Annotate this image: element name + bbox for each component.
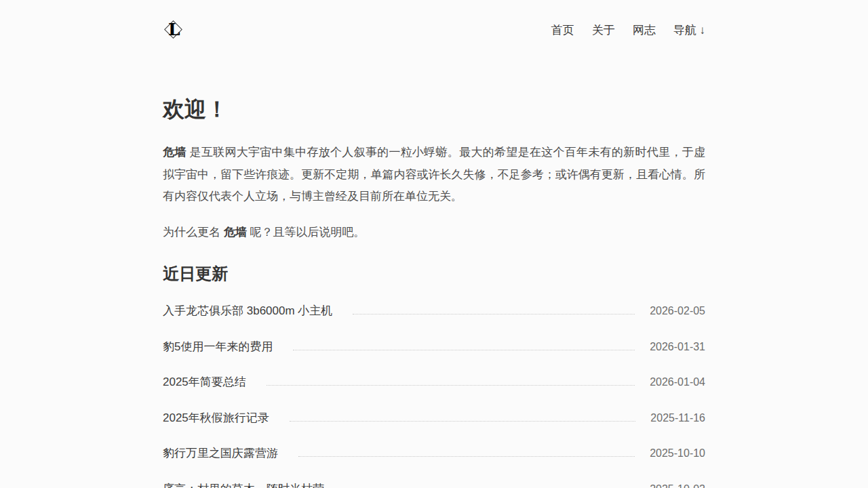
post-row: 2025年秋假旅行记录 2025-11-16 [163,400,705,436]
site-header: L 首页 关于 网志 导航 ↓ [163,0,705,41]
nav-home[interactable]: 首页 [551,22,574,38]
rename-text-post: 呢？且等以后说明吧。 [247,226,366,239]
blog-name-bold: 危墙 [163,146,186,159]
post-date: 2026-01-04 [650,375,705,390]
page-container: L 首页 关于 网志 导航 ↓ 欢迎！ 危墙 是互联网大宇宙中集中存放个人叙事的… [163,0,705,488]
rename-paragraph: 为什么更名 危墙 呢？且等以后说明吧。 [163,222,705,244]
nav-navigation-dropdown[interactable]: 导航 ↓ [673,22,705,38]
dotted-leader [353,314,635,314]
blog-name-bold-2: 危墙 [224,226,247,239]
intro-paragraph: 危墙 是互联网大宇宙中集中存放个人叙事的一粒小蜉蝣。最大的希望是在这个百年未有的… [163,142,705,208]
dotted-leader [267,385,635,386]
post-date: 2026-01-31 [650,340,705,354]
page-title: 欢迎！ [163,97,705,121]
post-row: 豹5使用一年来的费用 2026-01-31 [163,329,705,365]
dotted-leader [290,421,636,422]
main-content: 欢迎！ 危墙 是互联网大宇宙中集中存放个人叙事的一粒小蜉蝣。最大的希望是在这个百… [163,97,705,488]
intro-text: 是互联网大宇宙中集中存放个人叙事的一粒小蜉蝣。最大的希望是在这个百年未有的新时代… [163,146,705,203]
site-logo[interactable]: L [163,19,184,41]
post-link[interactable]: 入手龙芯俱乐部 3b6000m 小主机 [163,304,332,319]
post-link[interactable]: 序言：村里的草木，随时光枯荣 [163,482,324,488]
post-link[interactable]: 豹5使用一年来的费用 [163,340,273,354]
post-date: 2025-10-02 [650,482,705,488]
post-date: 2026-02-05 [650,304,705,319]
post-date: 2025-10-10 [650,446,705,461]
recent-updates-heading: 近日更新 [163,264,705,284]
post-row: 2025年简要总结 2026-01-04 [163,364,705,400]
rename-text-pre: 为什么更名 [163,226,224,239]
nav-blog[interactable]: 网志 [633,22,656,38]
logo-letter: L [168,20,180,39]
main-nav: 首页 关于 网志 导航 ↓ [551,22,705,38]
post-date: 2025-11-16 [650,411,705,426]
nav-about[interactable]: 关于 [592,22,615,38]
dotted-leader [298,456,635,457]
post-row: 豹行万里之国庆露营游 2025-10-10 [163,435,705,471]
dotted-leader [293,350,635,350]
post-list: 入手龙芯俱乐部 3b6000m 小主机 2026-02-05 豹5使用一年来的费… [163,293,705,488]
post-row: 入手龙芯俱乐部 3b6000m 小主机 2026-02-05 [163,293,705,329]
post-link[interactable]: 2025年简要总结 [163,375,246,390]
post-row: 序言：村里的草木，随时光枯荣 2025-10-02 [163,471,705,488]
post-link[interactable]: 2025年秋假旅行记录 [163,411,269,426]
post-link[interactable]: 豹行万里之国庆露营游 [163,446,278,461]
